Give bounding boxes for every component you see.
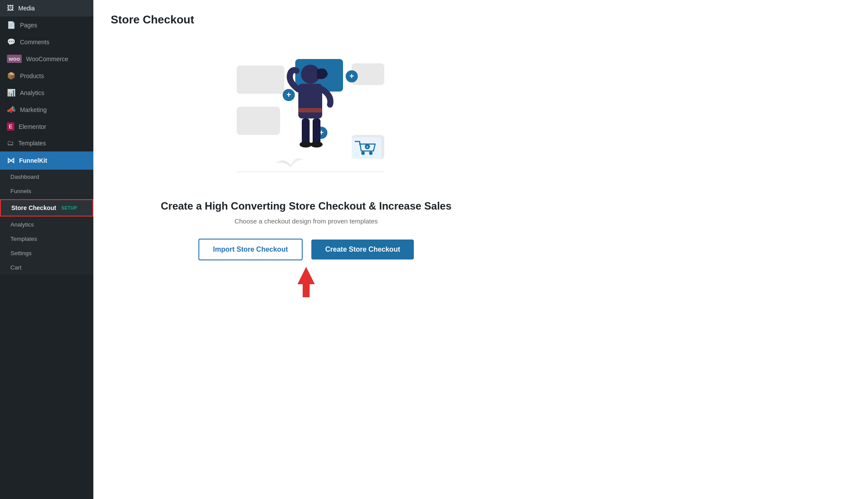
import-store-checkout-button[interactable]: Import Store Checkout bbox=[198, 239, 303, 260]
sidebar-item-label: Media bbox=[18, 5, 35, 12]
page-title: Store Checkout bbox=[111, 13, 851, 26]
hero-subtext: Choose a checkout design from proven tem… bbox=[234, 217, 378, 225]
hero-illustration: + + + + bbox=[224, 48, 389, 187]
create-store-checkout-button[interactable]: Create Store Checkout bbox=[311, 240, 414, 259]
setup-badge: SETUP bbox=[61, 206, 77, 210]
svg-rect-20 bbox=[313, 118, 320, 144]
svg-rect-26 bbox=[303, 284, 310, 297]
sidebar-item-pages[interactable]: 📄 Pages bbox=[0, 16, 93, 33]
svg-text:+: + bbox=[287, 90, 291, 99]
svg-text:+: + bbox=[366, 145, 368, 149]
sidebar-item-label: Templates bbox=[18, 140, 46, 147]
products-icon: 📦 bbox=[7, 72, 16, 80]
sidebar-sub-funnels[interactable]: Funnels bbox=[0, 184, 93, 198]
sidebar-item-funnelkit[interactable]: ⋈ FunnelKit bbox=[0, 151, 93, 170]
sidebar-item-woocommerce[interactable]: woo WooCommerce bbox=[0, 50, 93, 67]
sidebar-item-label: Analytics bbox=[20, 89, 44, 96]
svg-rect-18 bbox=[298, 108, 322, 112]
svg-rect-19 bbox=[302, 118, 310, 144]
woocommerce-icon: woo bbox=[7, 55, 22, 63]
sidebar-submenu: Dashboard Funnels Store Checkout SETUP A… bbox=[0, 170, 93, 275]
sidebar-sub-analytics[interactable]: Analytics bbox=[0, 217, 93, 232]
marketing-icon: 📣 bbox=[7, 105, 16, 114]
sidebar: 🖼 Media 📄 Pages 💬 Comments woo WooCommer… bbox=[0, 0, 93, 499]
comments-icon: 💬 bbox=[7, 38, 16, 46]
templates-icon: 🗂 bbox=[7, 139, 14, 147]
pages-icon: 📄 bbox=[7, 21, 16, 29]
sidebar-item-label: Comments bbox=[20, 39, 50, 46]
svg-rect-17 bbox=[298, 84, 322, 118]
buttons-wrapper: Import Store Checkout Create Store Check… bbox=[198, 239, 414, 299]
hero-heading: Create a High Converting Store Checkout … bbox=[161, 200, 452, 212]
elementor-icon: E bbox=[7, 122, 14, 131]
sidebar-item-label: Marketing bbox=[20, 106, 46, 113]
arrow-annotation bbox=[293, 265, 319, 299]
svg-marker-25 bbox=[297, 267, 315, 284]
sidebar-sub-templates[interactable]: Templates bbox=[0, 232, 93, 246]
sidebar-item-label: Pages bbox=[20, 22, 37, 29]
sidebar-sub-cart[interactable]: Cart bbox=[0, 260, 93, 275]
funnelkit-icon: ⋈ bbox=[7, 156, 15, 165]
svg-rect-3 bbox=[237, 107, 280, 135]
sidebar-sub-store-checkout[interactable]: Store Checkout SETUP bbox=[0, 199, 93, 217]
svg-point-22 bbox=[310, 141, 323, 148]
sidebar-item-marketing[interactable]: 📣 Marketing bbox=[0, 101, 93, 118]
sidebar-sub-settings[interactable]: Settings bbox=[0, 246, 93, 260]
sidebar-item-comments[interactable]: 💬 Comments bbox=[0, 33, 93, 50]
svg-point-12 bbox=[361, 151, 365, 155]
sidebar-item-elementor[interactable]: E Elementor bbox=[0, 118, 93, 135]
analytics-icon: 📊 bbox=[7, 89, 16, 97]
sidebar-item-label: FunnelKit bbox=[19, 157, 47, 164]
sidebar-sub-dashboard[interactable]: Dashboard bbox=[0, 170, 93, 184]
sidebar-item-label: Elementor bbox=[19, 123, 46, 130]
svg-rect-0 bbox=[237, 66, 284, 94]
hero-section: + + + + bbox=[111, 39, 502, 308]
sidebar-item-products[interactable]: 📦 Products bbox=[0, 67, 93, 84]
svg-text:+: + bbox=[350, 72, 354, 80]
sidebar-item-label: Products bbox=[20, 72, 44, 79]
main-content: Store Checkout + + + bbox=[93, 0, 868, 499]
sidebar-item-label: WooCommerce bbox=[26, 56, 68, 62]
svg-point-21 bbox=[300, 141, 312, 148]
sidebar-item-analytics[interactable]: 📊 Analytics bbox=[0, 84, 93, 101]
svg-point-13 bbox=[369, 151, 373, 155]
sidebar-item-media[interactable]: 🖼 Media bbox=[0, 0, 93, 16]
button-row: Import Store Checkout Create Store Check… bbox=[198, 239, 414, 260]
sidebar-item-templates[interactable]: 🗂 Templates bbox=[0, 135, 93, 151]
media-icon: 🖼 bbox=[7, 4, 14, 12]
